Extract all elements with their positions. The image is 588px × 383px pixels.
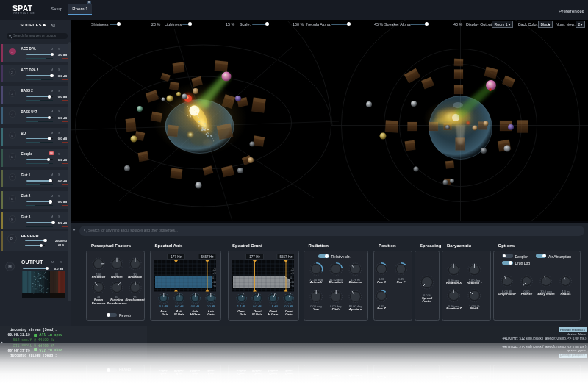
svg-text:+10: +10 — [290, 272, 294, 275]
svg-text:5657 Hz: 5657 Hz — [279, 254, 293, 258]
svg-text:0: 0 — [290, 276, 292, 279]
svg-text:+10: +10 — [212, 272, 216, 275]
svg-text:-10: -10 — [290, 281, 294, 284]
svg-text:-20: -20 — [212, 285, 216, 288]
svg-text:177 Hz: 177 Hz — [171, 254, 182, 258]
svg-text:+20: +20 — [290, 268, 294, 271]
svg-text:+20: +20 — [212, 268, 216, 271]
svg-text:-20: -20 — [290, 285, 294, 288]
svg-text:0: 0 — [212, 276, 214, 279]
svg-text:177 Hz: 177 Hz — [249, 254, 260, 258]
svg-text:5657 Hz: 5657 Hz — [201, 254, 214, 258]
svg-text:-10: -10 — [212, 281, 216, 284]
